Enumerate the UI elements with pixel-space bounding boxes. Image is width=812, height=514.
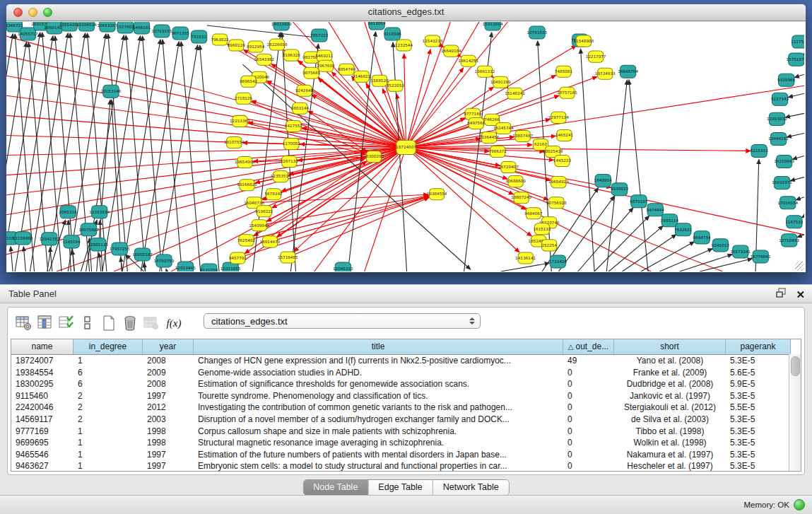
graph-edge[interactable] — [790, 177, 804, 181]
table-select-dropdown[interactable]: citations_edges.txt — [204, 313, 481, 329]
graph-edge[interactable] — [578, 208, 633, 271]
table-toolbar-panel: f(x) citations_edges.txt namein_degreeye… — [7, 307, 805, 475]
table-cell: 0 — [563, 367, 614, 379]
graph-edge[interactable] — [404, 54, 406, 147]
column-header-year[interactable]: year — [143, 339, 194, 354]
graph-node-label: 16573241 — [730, 250, 751, 254]
show-columns-button[interactable] — [35, 313, 56, 333]
float-panel-button[interactable] — [776, 288, 787, 301]
delete-column-button[interactable] — [119, 313, 141, 333]
graph-edge[interactable] — [785, 113, 804, 117]
graph-node-label: 10975887 — [78, 228, 99, 232]
graph-node-label: 18300295 — [364, 154, 384, 158]
graph-node-label: 16720407 — [498, 165, 519, 169]
table-row[interactable]: 1830029562008Estimation of significance … — [11, 378, 801, 390]
graph-edge[interactable] — [126, 35, 145, 271]
graph-edge[interactable] — [49, 220, 66, 271]
graph-edge[interactable] — [406, 68, 464, 148]
graph-edge[interactable] — [796, 197, 804, 200]
graph-node-label: 10958187 — [132, 252, 153, 257]
split-panel-button[interactable] — [77, 313, 98, 333]
graph-edge[interactable] — [629, 80, 648, 271]
graph-edge[interactable] — [406, 148, 804, 235]
new-column-button[interactable] — [98, 313, 119, 333]
graph-edge[interactable] — [797, 235, 804, 238]
graph-node-label: 8912954 — [247, 45, 265, 49]
function-builder-button[interactable]: f(x) — [162, 313, 186, 333]
table-cell: 5.3E-5 — [726, 414, 791, 426]
tab-network-table[interactable]: Network Table — [433, 480, 509, 495]
graph-edge[interactable] — [6, 36, 406, 147]
window-titlebar[interactable]: citations_edges.txt — [6, 4, 806, 21]
graph-edge[interactable] — [659, 249, 712, 271]
graph-edge[interactable] — [23, 247, 25, 271]
graph-edge[interactable] — [788, 93, 804, 97]
row-selection-button[interactable] — [56, 313, 77, 333]
table-cell: 1 — [73, 437, 143, 449]
column-header-name[interactable]: name — [11, 339, 73, 354]
graph-edge[interactable] — [282, 33, 296, 271]
table-row[interactable]: 2242004622012Investigating the contribut… — [11, 402, 801, 414]
table-row[interactable]: 1938455462009Genome-wide association stu… — [11, 367, 801, 379]
graph-edge[interactable] — [794, 74, 804, 77]
graph-node-label: 252254 — [541, 243, 557, 247]
graph-edge[interactable] — [6, 148, 406, 235]
graph-node-label: 16648784 — [618, 69, 638, 74]
tab-edge-table[interactable]: Edge Table — [368, 480, 433, 495]
graph-edge[interactable] — [641, 242, 695, 271]
tab-node-table[interactable]: Node Table — [303, 480, 368, 495]
graph-edge[interactable] — [181, 42, 200, 271]
graph-node-label: 19861312 — [475, 69, 495, 74]
graph-edge[interactable] — [294, 148, 406, 252]
graph-node-label: 8938923 — [611, 187, 629, 192]
table-row[interactable]: 1456911722003Disruption of a novel membe… — [11, 414, 801, 426]
graph-edge[interactable] — [102, 36, 141, 271]
table-cell: 2 — [73, 402, 143, 414]
graph-node-label: 1445223 — [553, 158, 572, 163]
table-row[interactable]: 969969511998Structural magnetic resonanc… — [11, 437, 801, 449]
graph-node-label: 10807487 — [512, 134, 533, 138]
graph-edge[interactable] — [581, 49, 595, 271]
graph-edge[interactable] — [143, 36, 162, 271]
graph-node-label: 2065316 — [59, 210, 78, 214]
graph-edge[interactable] — [288, 197, 429, 257]
column-header-title[interactable]: title — [194, 339, 563, 354]
graph-edge[interactable] — [11, 247, 13, 271]
table-cell: Franke et al. (2009) — [614, 367, 726, 379]
resize-grip-icon[interactable] — [795, 262, 804, 271]
table-scrollbar-thumb[interactable] — [791, 356, 800, 376]
column-header-short[interactable]: short — [614, 339, 726, 354]
graph-node-label: 16245744 — [493, 126, 514, 130]
graph-edge[interactable] — [787, 133, 804, 136]
table-row[interactable]: 1872400712008Changes of HCN gene express… — [11, 355, 801, 367]
column-header-in_degree[interactable]: in_degree — [73, 339, 143, 354]
graph-node-label: 9146821 — [353, 74, 371, 78]
graph-edge[interactable] — [166, 269, 167, 271]
table-row[interactable]: 977716911998Corpus callosum shape and si… — [11, 426, 801, 438]
table-scrollbar[interactable] — [789, 354, 801, 471]
graph-edge[interactable] — [500, 263, 549, 271]
table-cell: Hescheler et al. (1997) — [614, 460, 726, 472]
table-cell: 0 — [563, 378, 614, 390]
graph-node-label: 12444151 — [768, 136, 789, 141]
graph-node-label: 16649184 — [441, 49, 461, 53]
column-header-pagerank[interactable]: pagerank — [726, 339, 791, 354]
delete-table-button[interactable] — [141, 313, 162, 333]
graph-node-label: 7857223 — [310, 33, 329, 37]
graph-edge[interactable] — [700, 259, 752, 271]
table-row[interactable]: 946554611997Estimation of the future num… — [11, 449, 801, 461]
network-canvas[interactable]: 1872400793467211405571720915716208914061… — [6, 21, 806, 272]
graph-edge[interactable] — [200, 45, 219, 271]
table-row[interactable]: 911546021997Tourette syndrome. Phenomeno… — [11, 390, 801, 402]
close-panel-button[interactable]: ✕ — [796, 289, 805, 300]
graph-edge[interactable] — [680, 255, 733, 271]
table-row[interactable]: 946362711997Embryonic stem cells: a mode… — [11, 460, 801, 472]
table-cell: 1 — [73, 460, 143, 472]
graph-edge[interactable] — [406, 148, 532, 236]
column-header-out_de[interactable]: △out_de... — [563, 339, 614, 354]
graph-edge[interactable] — [72, 250, 74, 271]
table-options-button[interactable] — [13, 313, 35, 333]
graph-edge[interactable] — [247, 197, 429, 240]
graph-edge[interactable] — [141, 42, 180, 271]
graph-node-label: 9245012 — [712, 243, 730, 247]
